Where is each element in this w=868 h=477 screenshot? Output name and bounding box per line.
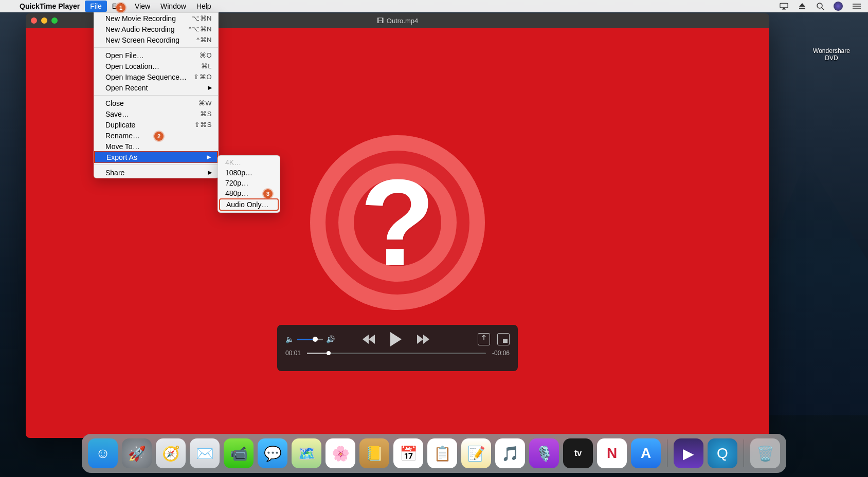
timeline-slider[interactable]	[307, 353, 486, 354]
traffic-lights	[31, 17, 58, 24]
control-center-icon[interactable]	[852, 2, 861, 11]
file-menu-dropdown: New Movie Recording⌥⌘N New Audio Recordi…	[94, 12, 219, 178]
window-title: Outro.mp4	[387, 17, 418, 25]
maximize-button[interactable]	[51, 17, 58, 24]
export-4k: 4K…	[218, 157, 280, 168]
time-elapsed: 00:01	[285, 350, 301, 357]
close-button[interactable]	[31, 17, 37, 24]
dock-contacts[interactable]: 📒	[359, 438, 389, 468]
chevron-right-icon: ▶	[207, 154, 211, 160]
menu-save[interactable]: Save…⌘S	[94, 108, 218, 119]
menu-separator	[94, 95, 218, 96]
dock-appstore[interactable]: A	[631, 438, 661, 468]
callout-2: 2	[154, 132, 164, 141]
menu-export-as[interactable]: Export As▶	[94, 151, 218, 163]
document-icon: 🎞	[377, 17, 384, 25]
dock-uniconverter[interactable]: ▶	[674, 438, 703, 468]
callout-1: 1	[116, 3, 125, 12]
time-remaining: -00:06	[492, 350, 510, 357]
svg-rect-0	[780, 3, 788, 8]
dock-music[interactable]: 🎵	[495, 438, 525, 468]
dock-reminders[interactable]: 📋	[427, 438, 457, 468]
video-frame-content: ?	[310, 135, 485, 310]
dock-notes[interactable]: 📝	[461, 438, 491, 468]
desktop-dvd-icon[interactable]: Wondershare DVD	[808, 15, 855, 62]
dock-maps[interactable]: 🗺️	[292, 438, 321, 468]
menu-open-recent[interactable]: Open Recent▶	[94, 82, 218, 93]
chevron-right-icon: ▶	[208, 169, 212, 176]
player-controls: 🔈 🔊 00:01 -00:06	[277, 325, 518, 371]
dock-launchpad[interactable]: 🚀	[122, 438, 152, 468]
search-icon[interactable]	[816, 2, 824, 11]
menu-help[interactable]: Help	[191, 1, 216, 12]
menu-open-image-seq[interactable]: Open Image Sequence…⇧⌘O	[94, 71, 218, 82]
dock-facetime[interactable]: 📹	[224, 438, 254, 468]
menu-window[interactable]: Window	[155, 1, 191, 12]
dock-finder[interactable]: ☺	[88, 438, 118, 468]
menu-move-to[interactable]: Move To…	[94, 141, 218, 152]
dock-mail[interactable]: ✉️	[190, 438, 220, 468]
menu-separator	[94, 164, 218, 165]
dock: ☺🚀🧭✉️📹💬🗺️🌸📒📅📋📝🎵🎙️tvNA ▶Q 🗑️	[82, 434, 786, 473]
desktop-icon-label: Wondershare DVD	[808, 47, 855, 62]
fast-forward-button[interactable]	[417, 335, 429, 344]
export-720p[interactable]: 720p…	[218, 178, 280, 188]
dock-photos[interactable]: 🌸	[326, 438, 355, 468]
share-button[interactable]	[478, 333, 490, 345]
menu-new-movie[interactable]: New Movie Recording⌥⌘N	[94, 13, 218, 24]
app-name[interactable]: QuickTime Player	[14, 1, 85, 12]
menubar: QuickTime Player File Edit View Window H…	[0, 0, 868, 12]
svg-rect-3	[799, 8, 805, 9]
minimize-button[interactable]	[41, 17, 47, 24]
dock-podcasts[interactable]: 🎙️	[529, 438, 559, 468]
dock-separator	[667, 439, 667, 467]
menu-separator	[94, 47, 218, 48]
menu-view[interactable]: View	[130, 1, 155, 12]
dock-separator	[744, 439, 744, 467]
menu-open-location[interactable]: Open Location…⌘L	[94, 61, 218, 71]
menu-new-screen[interactable]: New Screen Recording^⌘N	[94, 34, 218, 45]
dvd-disc-icon	[817, 15, 846, 44]
dock-news[interactable]: N	[597, 438, 627, 468]
callout-3: 3	[263, 189, 273, 198]
volume-icon[interactable]: 🔊	[326, 335, 335, 343]
dock-quicktime[interactable]: Q	[708, 438, 737, 468]
menu-open-file[interactable]: Open File…⌘O	[94, 50, 218, 61]
dock-messages[interactable]: 💬	[258, 438, 287, 468]
volume-slider[interactable]	[297, 339, 323, 340]
svg-point-4	[817, 3, 822, 8]
export-1080p[interactable]: 1080p…	[218, 168, 280, 178]
svg-rect-9	[503, 339, 508, 343]
siri-icon[interactable]	[834, 2, 843, 11]
play-button[interactable]	[390, 332, 402, 346]
mute-icon[interactable]: 🔈	[285, 335, 294, 343]
dock-calendar[interactable]: 📅	[393, 438, 423, 468]
menu-close[interactable]: Close⌘W	[94, 98, 218, 108]
trash-icon[interactable]: 🗑️	[750, 438, 780, 468]
export-as-submenu: 4K… 1080p… 720p… 480p… Audio Only…	[218, 155, 280, 213]
dock-tv[interactable]: tv	[563, 438, 593, 468]
airplay-icon[interactable]	[780, 2, 788, 11]
menu-share[interactable]: Share▶	[94, 167, 218, 178]
question-mark-icon: ?	[310, 135, 485, 310]
dock-safari[interactable]: 🧭	[156, 438, 186, 468]
menu-file[interactable]: File	[85, 1, 107, 12]
export-audio-only[interactable]: Audio Only…	[219, 198, 279, 211]
svg-marker-2	[799, 3, 805, 7]
chevron-right-icon: ▶	[208, 84, 212, 91]
svg-line-5	[822, 8, 824, 10]
rewind-button[interactable]	[363, 335, 375, 344]
eject-icon[interactable]	[798, 2, 806, 11]
menu-new-audio[interactable]: New Audio Recording^⌥⌘N	[94, 24, 218, 34]
pip-button[interactable]	[497, 333, 510, 345]
menu-duplicate[interactable]: Duplicate⇧⌘S	[94, 119, 218, 130]
